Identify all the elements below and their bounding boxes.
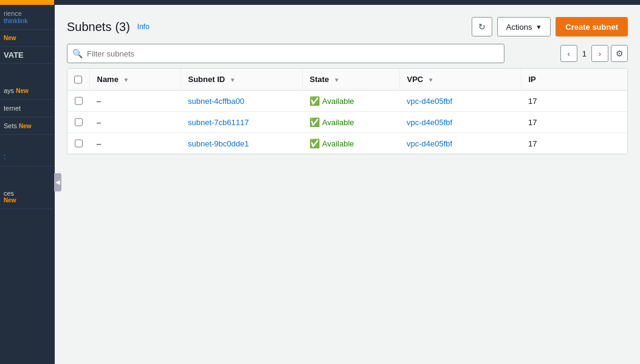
header-row: Subnets (3) Info ↻ Actions ▼ Create subn…	[67, 17, 628, 36]
sidebar-item-vate[interactable]: VATE	[0, 47, 54, 64]
sidebar-item-ces[interactable]: ces New	[0, 185, 54, 209]
row-checkbox-1[interactable]	[75, 118, 83, 126]
row-check-2	[67, 133, 89, 154]
main-content: Subnets (3) Info ↻ Actions ▼ Create subn…	[55, 0, 640, 364]
top-nav-bar	[55, 0, 640, 5]
content-area: Subnets (3) Info ↻ Actions ▼ Create subn…	[55, 5, 640, 364]
sidebar-item-sets[interactable]: Sets New	[0, 117, 54, 135]
select-all-checkbox[interactable]	[74, 75, 82, 84]
row-subnetid-1: subnet-7cb61117	[181, 112, 302, 133]
row-checkbox-2[interactable]	[75, 139, 83, 148]
sidebar-top-bar	[0, 0, 54, 5]
th-ip: IP	[521, 69, 627, 91]
row-check-1	[67, 112, 89, 133]
row-subnetid-0: subnet-4cffba00	[181, 91, 302, 112]
sidebar-item-experience[interactable]: rience thinklink	[0, 5, 54, 30]
status-icon-1: ✅	[309, 117, 320, 127]
sidebar-scroll: rience thinklink New VATE ays New ternet…	[0, 5, 54, 364]
filter-input[interactable]	[67, 44, 504, 63]
row-name-0: –	[89, 91, 181, 112]
info-link[interactable]: Info	[137, 22, 150, 31]
next-icon: ›	[599, 49, 601, 58]
sidebar-collapse-button[interactable]: ◀	[54, 173, 61, 191]
table-header-row: Name ▼ Subnet ID ▼ State ▼ VPC ▼	[67, 69, 627, 91]
name-sort-icon: ▼	[123, 77, 129, 83]
page-title: Subnets (3) Info	[67, 20, 150, 34]
sidebar-item-gateways[interactable]: ays New	[0, 82, 54, 100]
row-state-1: ✅ Available	[302, 112, 399, 133]
status-icon-0: ✅	[309, 96, 320, 106]
sidebar-divider3	[0, 167, 54, 185]
vpc-sort-icon: ▼	[428, 77, 434, 83]
row-vpc-1: vpc-d4e05fbf	[399, 112, 521, 133]
th-state[interactable]: State ▼	[302, 69, 399, 91]
th-check	[67, 69, 89, 91]
actions-dropdown-icon: ▼	[535, 24, 542, 30]
table-row: – subnet-4cffba00 ✅ Available vpc-d4e05f…	[67, 91, 627, 112]
pagination-area: ‹ 1 › ⚙	[560, 45, 628, 62]
row-name-1: –	[89, 112, 181, 133]
filter-input-wrapper: 🔍	[67, 44, 504, 63]
row-ip-2: 17	[521, 133, 627, 154]
subnets-table-container: Name ▼ Subnet ID ▼ State ▼ VPC ▼	[67, 68, 628, 154]
row-vpc-2: vpc-d4e05fbf	[399, 133, 521, 154]
row-vpc-0: vpc-d4e05fbf	[399, 91, 521, 112]
row-subnetid-2: subnet-9bc0dde1	[181, 133, 302, 154]
row-ip-0: 17	[521, 91, 627, 112]
filter-row: 🔍 ‹ 1 › ⚙	[67, 44, 628, 63]
title-text: Subnets	[67, 20, 111, 34]
settings-icon: ⚙	[616, 49, 624, 58]
vpc-link-2[interactable]: vpc-d4e05fbf	[407, 139, 452, 148]
actions-button[interactable]: Actions ▼	[497, 17, 551, 36]
vpc-link-1[interactable]: vpc-d4e05fbf	[407, 118, 452, 127]
row-ip-1: 17	[521, 112, 627, 133]
sidebar-divider1	[0, 64, 54, 82]
row-check-0	[67, 91, 89, 112]
actions-label: Actions	[506, 22, 532, 32]
sidebar-divider2	[0, 135, 54, 147]
next-page-button[interactable]: ›	[591, 45, 608, 62]
subnet-id-link-1[interactable]: subnet-7cb61117	[188, 118, 249, 127]
sidebar-item-new1[interactable]: New	[0, 30, 54, 47]
subnet-count: (3)	[115, 20, 129, 34]
create-subnet-button[interactable]: Create subnet	[556, 17, 628, 36]
subnetid-sort-icon: ▼	[230, 77, 236, 83]
sidebar-item-internet[interactable]: ternet	[0, 100, 54, 117]
th-vpc[interactable]: VPC ▼	[399, 69, 521, 91]
table-settings-button[interactable]: ⚙	[611, 45, 628, 62]
page-number: 1	[580, 49, 589, 58]
state-sort-icon: ▼	[334, 77, 340, 83]
vpc-link-0[interactable]: vpc-d4e05fbf	[407, 97, 452, 106]
row-state-0: ✅ Available	[302, 91, 399, 112]
th-name[interactable]: Name ▼	[89, 69, 181, 91]
table-row: – subnet-9bc0dde1 ✅ Available vpc-d4e05f…	[67, 133, 627, 154]
status-text-1: Available	[322, 118, 354, 127]
subnet-id-link-2[interactable]: subnet-9bc0dde1	[188, 139, 249, 148]
th-subnetid[interactable]: Subnet ID ▼	[181, 69, 302, 91]
table-wrapper: Name ▼ Subnet ID ▼ State ▼ VPC ▼	[67, 69, 627, 154]
refresh-button[interactable]: ↻	[472, 17, 492, 36]
sidebar-item-link[interactable]: :	[0, 147, 54, 167]
search-icon: 🔍	[72, 49, 83, 58]
table-row: – subnet-7cb61117 ✅ Available vpc-d4e05f…	[67, 112, 627, 133]
sidebar: rience thinklink New VATE ays New ternet…	[0, 0, 55, 364]
prev-page-button[interactable]: ‹	[560, 45, 577, 62]
table-body: – subnet-4cffba00 ✅ Available vpc-d4e05f…	[67, 91, 627, 154]
subnet-id-link-0[interactable]: subnet-4cffba00	[188, 97, 244, 106]
refresh-icon: ↻	[478, 22, 486, 32]
status-text-2: Available	[322, 139, 354, 148]
status-icon-2: ✅	[309, 139, 320, 148]
row-checkbox-0[interactable]	[75, 97, 83, 105]
row-state-2: ✅ Available	[302, 133, 399, 154]
prev-icon: ‹	[568, 49, 570, 58]
row-name-2: –	[89, 133, 181, 154]
subnets-table: Name ▼ Subnet ID ▼ State ▼ VPC ▼	[67, 69, 627, 154]
status-text-0: Available	[322, 97, 354, 106]
header-actions: ↻ Actions ▼ Create subnet	[472, 17, 628, 36]
